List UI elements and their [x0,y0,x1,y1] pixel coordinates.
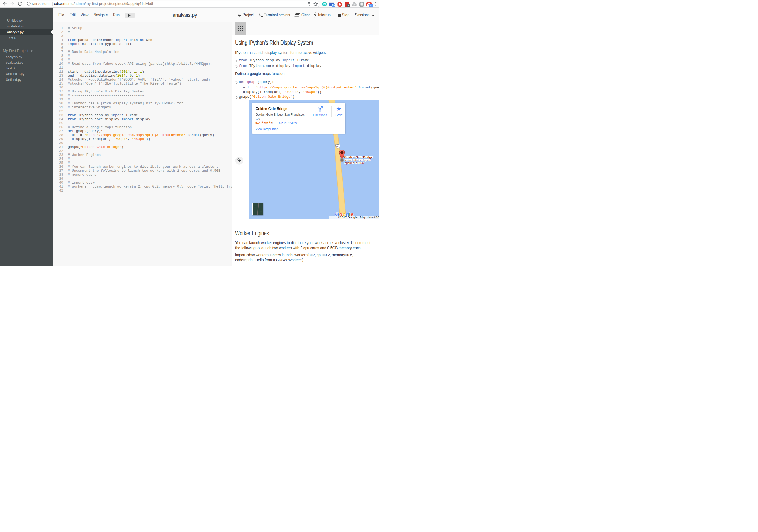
svg-text:101: 101 [336,145,339,148]
